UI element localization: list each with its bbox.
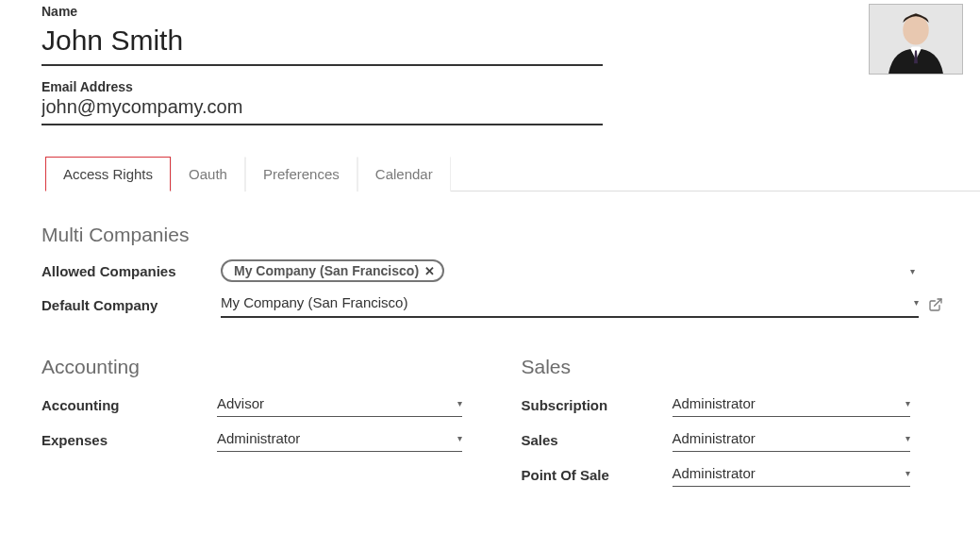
pos-select[interactable]: Administrator ▾	[673, 463, 910, 487]
allowed-companies-field[interactable]: My Company (San Francisco) ✕ ▾	[221, 259, 919, 282]
pos-value: Administrator	[673, 465, 905, 481]
allowed-companies-label: Allowed Companies	[42, 263, 221, 279]
chevron-down-icon: ▾	[905, 398, 910, 408]
multi-companies-title: Multi Companies	[42, 224, 972, 246]
default-company-value: My Company (San Francisco)	[221, 294, 914, 310]
chevron-down-icon: ▾	[457, 433, 462, 443]
chevron-down-icon: ▾	[905, 433, 910, 443]
subscription-select[interactable]: Administrator ▾	[673, 393, 910, 417]
company-tag[interactable]: My Company (San Francisco) ✕	[221, 259, 444, 282]
sales-select[interactable]: Administrator ▾	[673, 428, 910, 452]
expenses-field-label: Expenses	[42, 432, 217, 448]
email-input[interactable]	[42, 94, 603, 125]
subscription-value: Administrator	[673, 395, 905, 411]
expenses-value: Administrator	[217, 430, 457, 446]
sales-value: Administrator	[673, 430, 905, 446]
subscription-field-label: Subscription	[522, 397, 673, 413]
tab-oauth[interactable]: Oauth	[171, 157, 245, 192]
svg-point-1	[903, 15, 928, 44]
tab-access-rights[interactable]: Access Rights	[45, 157, 171, 192]
tab-calendar[interactable]: Calendar	[357, 157, 451, 192]
accounting-select[interactable]: Advisor ▾	[217, 393, 462, 417]
tab-preferences[interactable]: Preferences	[245, 157, 357, 192]
sales-section: Sales Subscription Administrator ▾ Sales…	[522, 356, 973, 498]
accounting-field-label: Accounting	[42, 397, 217, 413]
remove-tag-icon[interactable]: ✕	[424, 264, 435, 278]
name-input[interactable]	[42, 21, 603, 66]
company-tag-label: My Company (San Francisco)	[234, 263, 419, 278]
external-link-icon[interactable]	[928, 297, 943, 312]
chevron-down-icon[interactable]: ▾	[914, 297, 919, 308]
name-field-label: Name	[42, 4, 972, 19]
expenses-select[interactable]: Administrator ▾	[217, 428, 462, 452]
multi-companies-section: Multi Companies Allowed Companies My Com…	[42, 224, 972, 318]
default-company-select[interactable]: My Company (San Francisco) ▾	[221, 291, 919, 318]
sales-title: Sales	[522, 356, 973, 378]
svg-line-2	[935, 299, 941, 306]
accounting-title: Accounting	[42, 356, 493, 378]
accounting-section: Accounting Accounting Advisor ▾ Expenses…	[42, 356, 493, 498]
accounting-value: Advisor	[217, 395, 457, 411]
email-field-label: Email Address	[42, 79, 972, 94]
sales-field-label: Sales	[522, 432, 673, 448]
tabs-bar: Access Rights Oauth Preferences Calendar	[45, 156, 980, 192]
default-company-label: Default Company	[42, 297, 221, 313]
chevron-down-icon: ▾	[905, 468, 910, 478]
avatar[interactable]	[869, 4, 963, 75]
chevron-down-icon: ▾	[457, 398, 462, 408]
pos-field-label: Point Of Sale	[522, 467, 673, 483]
chevron-down-icon[interactable]: ▾	[910, 266, 915, 276]
